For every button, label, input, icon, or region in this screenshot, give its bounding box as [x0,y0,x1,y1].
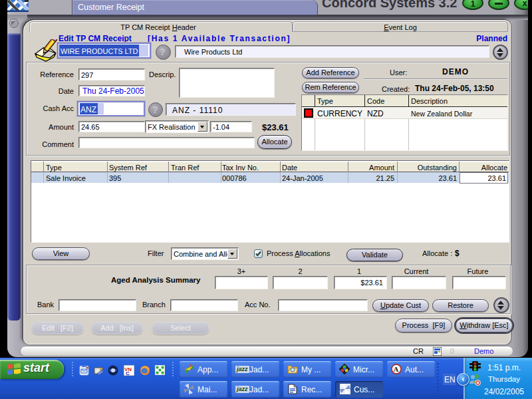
svg-text:A: A [394,365,399,373]
svg-text:C: C [126,370,130,376]
